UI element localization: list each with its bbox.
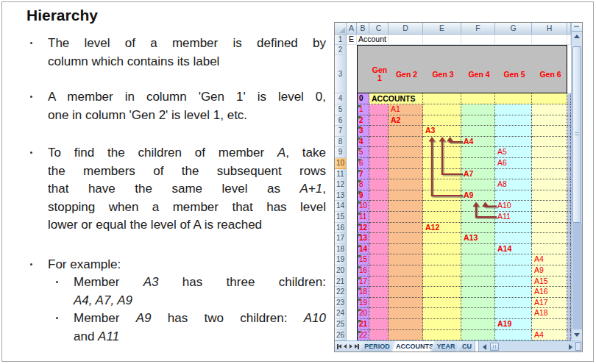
cell-A17[interactable] xyxy=(347,233,357,244)
cell-C13[interactable] xyxy=(369,190,389,201)
vertical-scrollbar[interactable] xyxy=(571,23,582,340)
cell-H15[interactable] xyxy=(532,212,567,223)
cell-H6[interactable] xyxy=(532,115,567,126)
cell-A23[interactable] xyxy=(347,298,357,309)
col-header-F[interactable]: F xyxy=(461,23,495,35)
cell-F10[interactable] xyxy=(461,158,495,169)
cell-C8[interactable] xyxy=(369,137,389,148)
cell-D20[interactable] xyxy=(389,265,423,276)
cell-G4[interactable] xyxy=(495,93,532,104)
cell-B25[interactable]: 21 xyxy=(357,319,369,330)
cell-H25[interactable] xyxy=(532,319,567,330)
cell-E1[interactable] xyxy=(423,35,461,45)
cell-C26[interactable] xyxy=(369,330,389,340)
cell-H16[interactable] xyxy=(532,223,567,234)
cell-D9[interactable] xyxy=(389,147,423,158)
cell-D15[interactable] xyxy=(389,212,423,223)
cell-C7[interactable] xyxy=(369,126,389,137)
row-header-15[interactable]: 15 xyxy=(335,212,347,223)
cell-H26[interactable]: A4 xyxy=(532,330,567,340)
cell-C10[interactable] xyxy=(369,158,389,169)
cell-A4[interactable] xyxy=(347,93,357,104)
row-header-19[interactable]: 19 xyxy=(335,254,347,265)
cell-B9[interactable]: 5 xyxy=(357,147,369,158)
cell-G10[interactable]: A6 xyxy=(495,158,532,169)
row-header-9[interactable]: 9 xyxy=(335,147,347,158)
cell-C9[interactable] xyxy=(369,147,389,158)
cell-G26[interactable] xyxy=(495,330,532,340)
tab-nav-last-button[interactable] xyxy=(354,343,360,350)
cell-B14[interactable]: 10 xyxy=(357,201,369,212)
cell-G16[interactable] xyxy=(495,223,532,234)
cell-B23[interactable]: 19 xyxy=(357,298,369,309)
cell-A9[interactable] xyxy=(347,147,357,158)
cell-H9[interactable] xyxy=(532,147,567,158)
cell-H10[interactable] xyxy=(532,158,567,169)
row-header-23[interactable]: 23 xyxy=(335,298,347,309)
cell-B6[interactable]: 2 xyxy=(357,115,369,126)
cell-F12[interactable] xyxy=(461,179,495,190)
row-header-7[interactable]: 7 xyxy=(335,126,347,137)
cell-E16[interactable]: A12 xyxy=(423,223,461,234)
cell-D7[interactable] xyxy=(389,126,423,137)
cell-E4[interactable] xyxy=(423,93,461,104)
row-header-26[interactable]: 26 xyxy=(335,330,347,340)
row-header-25[interactable]: 25 xyxy=(335,319,347,330)
cell-E6[interactable] xyxy=(423,115,461,126)
cell-E14[interactable] xyxy=(423,201,461,212)
cell-B26[interactable]: 22 xyxy=(357,330,369,340)
row-header-2[interactable]: 2 xyxy=(335,45,347,55)
cell-G23[interactable] xyxy=(495,298,532,309)
cell-D25[interactable] xyxy=(389,319,423,330)
cell-H8[interactable] xyxy=(532,137,567,148)
cell-B19[interactable]: 15 xyxy=(357,254,369,265)
cell-A8[interactable] xyxy=(347,137,357,148)
cell-E5[interactable] xyxy=(423,104,461,115)
cell-H13[interactable] xyxy=(532,190,567,201)
cell-C14[interactable] xyxy=(369,201,389,212)
cell-F24[interactable] xyxy=(461,308,495,319)
row-header-17[interactable]: 17 xyxy=(335,233,347,244)
sheet-tab-year[interactable]: YEAR xyxy=(432,341,460,351)
cell-C19[interactable] xyxy=(369,254,389,265)
row-header-11[interactable]: 11 xyxy=(335,169,347,180)
cell-H19[interactable]: A4 xyxy=(532,254,567,265)
cell-D12[interactable] xyxy=(389,179,423,190)
cell-F14[interactable] xyxy=(461,201,495,212)
cell-B21[interactable]: 17 xyxy=(357,276,369,288)
select-all-corner[interactable] xyxy=(335,23,347,35)
h-scroll-right-button[interactable] xyxy=(567,343,575,351)
cell-D13[interactable] xyxy=(389,190,423,201)
cell-E25[interactable] xyxy=(423,319,461,330)
cell-E26[interactable] xyxy=(423,330,461,340)
cell-A1[interactable]: E xyxy=(347,35,357,45)
tab-nav-first-button[interactable] xyxy=(336,343,342,350)
cell-E19[interactable] xyxy=(423,254,461,265)
cell-D14[interactable] xyxy=(389,201,423,212)
tab-nav-prev-button[interactable] xyxy=(342,343,348,350)
cell-F15[interactable] xyxy=(461,212,495,223)
cell-C23[interactable] xyxy=(369,298,389,309)
cell-F16[interactable] xyxy=(461,223,495,234)
row-header-13[interactable]: 13 xyxy=(335,190,347,201)
cell-E11[interactable] xyxy=(423,169,461,180)
cell-F25[interactable] xyxy=(461,319,495,330)
col-header-B[interactable]: B xyxy=(357,23,369,35)
cell-G22[interactable] xyxy=(495,287,532,298)
row-header-22[interactable]: 22 xyxy=(335,287,347,298)
cell-G17[interactable] xyxy=(495,233,532,244)
cell-B5[interactable]: 1 xyxy=(357,104,369,115)
cell-E15[interactable] xyxy=(423,212,461,223)
cell-D18[interactable] xyxy=(389,244,423,255)
cell-H23[interactable]: A17 xyxy=(532,298,567,309)
cell-D11[interactable] xyxy=(389,169,423,180)
cell-D6[interactable]: A2 xyxy=(389,115,423,126)
row-header-3[interactable]: 3 xyxy=(335,55,347,93)
cell-G6[interactable] xyxy=(495,115,532,126)
cell-E23[interactable] xyxy=(423,298,461,309)
cell-B7[interactable]: 3 xyxy=(357,126,369,137)
cell-D22[interactable] xyxy=(389,287,423,298)
row-header-4[interactable]: 4 xyxy=(335,93,347,104)
cell-C11[interactable] xyxy=(369,169,389,180)
cell-G5[interactable] xyxy=(495,104,532,115)
